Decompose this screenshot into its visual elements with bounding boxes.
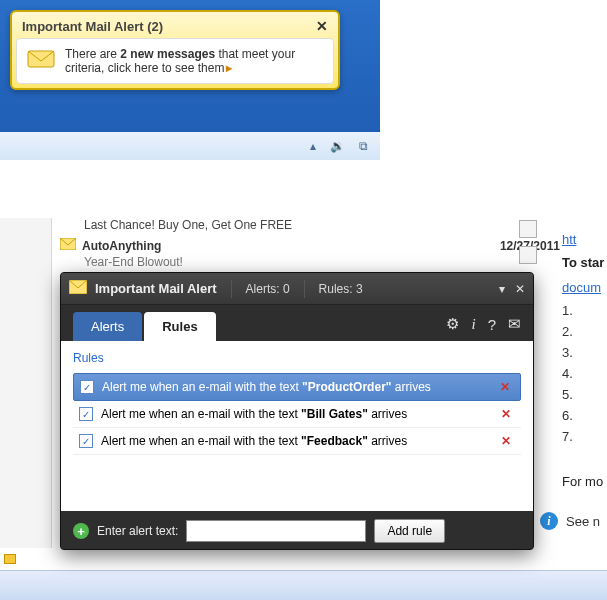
partial-heading: To star: [562, 255, 607, 270]
background-mail-list: Last Chance! Buy One, Get One FREE AutoA…: [60, 218, 560, 269]
left-gutter: [0, 218, 52, 548]
tray-sound-icon[interactable]: 🔉: [330, 139, 345, 153]
list-number: 4.: [562, 366, 607, 381]
tab-rules[interactable]: Rules: [144, 312, 215, 341]
delete-icon[interactable]: ✕: [497, 434, 515, 448]
envelope-icon: [60, 238, 76, 253]
important-mail-alert-panel: Important Mail Alert Alerts: 0 Rules: 3 …: [60, 272, 534, 550]
partial-link-docum[interactable]: docum: [562, 280, 607, 295]
close-icon[interactable]: ✕: [316, 18, 328, 34]
bg-sender: AutoAnything: [82, 239, 161, 253]
mail-icon[interactable]: ✉: [508, 315, 521, 333]
tabs-row: Alerts Rules ⚙ i ? ✉: [61, 305, 533, 341]
flag-box[interactable]: [519, 220, 537, 238]
list-number: 5.: [562, 387, 607, 402]
toast-body[interactable]: There are 2 new messages that meet your …: [16, 38, 334, 84]
tab-alerts[interactable]: Alerts: [73, 312, 142, 341]
desktop-background: Important Mail Alert (2) ✕ There are 2 n…: [0, 0, 380, 160]
tray-windows-icon[interactable]: ⧉: [359, 139, 368, 153]
add-icon: +: [73, 523, 89, 539]
footer-label: Enter alert text:: [97, 524, 178, 538]
list-number: 3.: [562, 345, 607, 360]
list-number: 7.: [562, 429, 607, 444]
chevron-down-icon[interactable]: ▾: [499, 282, 505, 296]
status-indicator: [4, 554, 16, 564]
system-tray: ▴ 🔉 ⧉: [0, 132, 380, 160]
rule-checkbox[interactable]: ✓: [79, 407, 93, 421]
toast-message: There are 2 new messages that meet your …: [65, 47, 323, 75]
delete-icon[interactable]: ✕: [497, 407, 515, 421]
section-heading: Rules: [73, 351, 521, 365]
info-bar-fragment: i See n: [540, 512, 600, 530]
help-icon[interactable]: ?: [488, 316, 496, 333]
mail-alert-toast[interactable]: Important Mail Alert (2) ✕ There are 2 n…: [10, 10, 340, 90]
rule-row[interactable]: ✓Alert me when an e-mail with the text "…: [73, 401, 521, 428]
gear-icon[interactable]: ⚙: [446, 315, 459, 333]
partial-link[interactable]: htt: [562, 232, 607, 247]
alerts-count: Alerts: 0: [246, 282, 290, 296]
close-icon[interactable]: ✕: [515, 282, 525, 296]
rule-row[interactable]: ✓Alert me when an e-mail with the text "…: [73, 373, 521, 401]
tray-up-icon[interactable]: ▴: [310, 139, 316, 153]
rule-checkbox[interactable]: ✓: [80, 380, 94, 394]
panel-titlebar[interactable]: Important Mail Alert Alerts: 0 Rules: 3 …: [61, 273, 533, 305]
rule-text: Alert me when an e-mail with the text "F…: [101, 434, 407, 448]
bg-row-flags: [519, 220, 537, 264]
list-number: 1.: [562, 303, 607, 318]
info-text: See n: [566, 514, 600, 529]
bg-subject: Last Chance! Buy One, Get One FREE: [84, 218, 560, 232]
flag-box[interactable]: [519, 246, 537, 264]
info-icon[interactable]: i: [471, 316, 475, 333]
list-number: 2.: [562, 324, 607, 339]
list-number: 6.: [562, 408, 607, 423]
info-icon: i: [540, 512, 558, 530]
panel-title: Important Mail Alert: [95, 281, 217, 296]
envelope-icon: [69, 280, 87, 297]
panel-footer: + Enter alert text: Add rule: [61, 511, 533, 550]
delete-icon[interactable]: ✕: [496, 380, 514, 394]
envelope-icon: [27, 47, 55, 72]
rules-count: Rules: 3: [319, 282, 363, 296]
rule-text: Alert me when an e-mail with the text "P…: [102, 380, 431, 394]
partial-text: For mo: [562, 474, 607, 489]
alert-text-input[interactable]: [186, 520, 366, 542]
bg-preview: Year-End Blowout!: [84, 255, 560, 269]
rule-checkbox[interactable]: ✓: [79, 434, 93, 448]
rule-row[interactable]: ✓Alert me when an e-mail with the text "…: [73, 428, 521, 455]
toast-title: Important Mail Alert (2): [22, 19, 163, 34]
add-rule-button[interactable]: Add rule: [374, 519, 445, 543]
rules-content: Rules ✓Alert me when an e-mail with the …: [61, 341, 533, 511]
rule-text: Alert me when an e-mail with the text "B…: [101, 407, 407, 421]
status-bar: [0, 570, 607, 600]
right-pane-fragment: htt To star docum 1.2.3.4.5.6.7. For mo: [562, 232, 607, 489]
